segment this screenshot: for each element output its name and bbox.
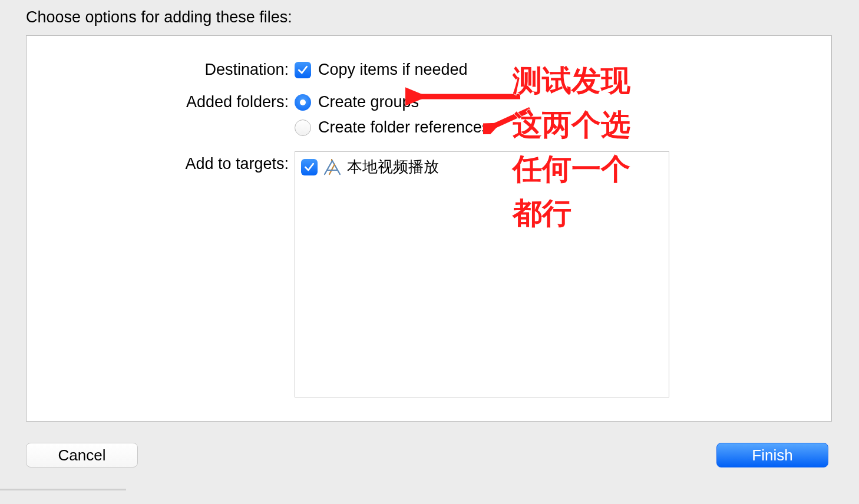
create-groups-label: Create groups: [318, 93, 419, 111]
footer-divider: [0, 489, 126, 490]
annotation-text: 测试发现 这两个选 任何一个 都行: [513, 59, 630, 236]
create-folder-refs-radio[interactable]: [295, 120, 311, 136]
destination-label: Destination:: [27, 61, 295, 79]
cancel-button[interactable]: Cancel: [26, 443, 138, 467]
check-icon: [303, 161, 315, 173]
target-name: 本地视频播放: [347, 157, 439, 177]
create-groups-radio[interactable]: [295, 94, 311, 111]
finish-button[interactable]: Finish: [716, 443, 828, 467]
added-folders-label: Added folders:: [27, 93, 295, 111]
add-to-targets-label: Add to targets:: [27, 151, 295, 173]
dialog-title: Choose options for adding these files:: [26, 8, 292, 26]
check-icon: [297, 64, 309, 76]
copy-items-checkbox[interactable]: [295, 62, 311, 78]
create-folder-refs-label: Create folder references: [318, 118, 490, 137]
target-checkbox[interactable]: [301, 159, 318, 175]
copy-items-label: Copy items if needed: [318, 61, 468, 79]
options-panel: Destination: Copy items if needed Added …: [26, 35, 832, 422]
app-icon: [323, 159, 341, 175]
